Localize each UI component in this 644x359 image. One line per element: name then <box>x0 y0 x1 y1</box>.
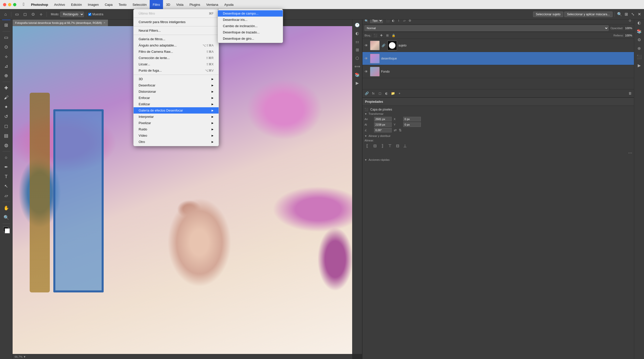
desenfocar-arrow: ▶ <box>212 84 214 87</box>
distorsionar-arrow: ▶ <box>212 90 214 93</box>
filtro-camera-raw[interactable]: Filtro de Camera Raw... ⇧⌘A <box>134 48 219 55</box>
filtro-enfocar[interactable]: Enfocar ▶ <box>134 95 219 101</box>
filtro-convertir[interactable]: Convertir para filtros inteligentes <box>134 19 219 25</box>
filtro-angulo[interactable]: Ángulo ancho adaptable... ⌥⇧⌘A <box>134 42 219 48</box>
estilizar-arrow: ▶ <box>212 103 214 106</box>
filtro-pixelizar[interactable]: Pixelizar ▶ <box>134 120 219 126</box>
correccion-shortcut: ⇧⌘R <box>206 56 214 60</box>
camera-shortcut: ⇧⌘A <box>206 50 214 54</box>
filtro-licuar[interactable]: Licuar... ⇧⌘X <box>134 61 219 67</box>
filtro-galeria-efectos[interactable]: Galería de efectos Desenfocar ▶ <box>134 107 219 114</box>
menu-overlay[interactable] <box>0 0 644 359</box>
filtro-neural[interactable]: Neural Filters... <box>134 27 219 34</box>
ultimo-filtro-shortcut: ⌘F <box>209 12 214 15</box>
filtro-sep-3 <box>134 35 219 35</box>
interpretar-arrow: ▶ <box>212 115 214 118</box>
filtro-3d[interactable]: 3D ▶ <box>134 76 219 82</box>
video-arrow: ▶ <box>212 134 214 137</box>
galeria-efectos-arrow: ▶ <box>212 109 214 112</box>
enfocar-arrow: ▶ <box>212 96 214 99</box>
filtro-desenfocar[interactable]: Desenfocar ▶ <box>134 82 219 88</box>
ruido-arrow: ▶ <box>212 128 214 131</box>
filtro-sep-2 <box>134 26 219 26</box>
submenu-desenfoque-giro[interactable]: Desenfoque de giro... <box>218 35 283 42</box>
filtro-galeria[interactable]: Galería de filtros... <box>134 36 219 42</box>
submenu-desenfoque-trazado[interactable]: Desenfoque de trazado... <box>218 29 283 35</box>
filtro-estilizar[interactable]: Estilizar ▶ <box>134 101 219 107</box>
filtro-dropdown-menu: Último filtro ⌘F Convertir para filtros … <box>133 9 219 146</box>
filtro-otro[interactable]: Otro ▶ <box>134 139 219 145</box>
filtro-correccion[interactable]: Corrección de lente... ⇧⌘R <box>134 55 219 61</box>
filtro-ruido[interactable]: Ruido ▶ <box>134 126 219 132</box>
angulo-shortcut: ⌥⇧⌘A <box>203 44 214 47</box>
punto-shortcut: ⌥⌘V <box>205 69 214 72</box>
otro-arrow: ▶ <box>212 140 214 143</box>
galeria-efectos-submenu: Desenfoque de campo... Desenfocar iris..… <box>218 9 283 43</box>
filtro-punto-fuga[interactable]: Punto de fuga... ⌥⌘V <box>134 67 219 74</box>
submenu-desenfocar-iris[interactable]: Desenfocar iris... <box>218 17 283 23</box>
submenu-desenfoque-campo[interactable]: Desenfoque de campo... <box>218 10 283 17</box>
submenu-cambio-inclinacion[interactable]: Cambio de inclinación... <box>218 23 283 29</box>
filtro-interpretar[interactable]: Interpretar ▶ <box>134 114 219 120</box>
licuar-shortcut: ⇧⌘X <box>206 63 214 66</box>
filtro-sep-1 <box>134 18 219 18</box>
filtro-video[interactable]: Vídeo ▶ <box>134 132 219 139</box>
filtro-sep-4 <box>134 75 219 75</box>
pixelizar-arrow: ▶ <box>212 122 214 124</box>
filtro-ultimo-filtro[interactable]: Último filtro ⌘F <box>134 10 219 17</box>
3d-arrow: ▶ <box>212 78 214 80</box>
filtro-distorsionar[interactable]: Distorsionar ▶ <box>134 88 219 95</box>
